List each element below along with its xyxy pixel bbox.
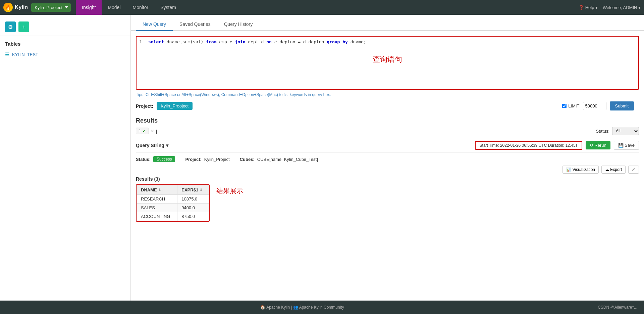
col-header-expr1[interactable]: EXPR$1 ⬇ [177, 185, 209, 195]
add-button[interactable]: ＋ [18, 21, 29, 32]
table-header: DNAME ⬇ EXPR$1 ⬇ [137, 185, 209, 195]
exec-time-container: Start Time: 2022-01-26 06:56:39 UTC Dura… [475, 141, 582, 150]
results-table: DNAME ⬇ EXPR$1 ⬇ [137, 185, 209, 221]
tips-text: Tips: Ctrl+Shift+Space or Alt+Space(Wind… [131, 90, 644, 100]
query-editor-area: 1 select dname,sum(sal) from emp e join … [131, 31, 644, 90]
user-menu[interactable]: Welcome, ADMIN ▾ [603, 5, 641, 10]
tables-section: Tables ☰ KYLIN_TEST [0, 36, 130, 64]
result-tabs-row: 1 ✓ ✕ | Status: All Success Failed [136, 127, 639, 135]
table-name[interactable]: KYLIN_TEST [12, 52, 38, 57]
visualization-button[interactable]: 📊 Visualization [562, 166, 599, 174]
table-item[interactable]: ☰ KYLIN_TEST [5, 50, 125, 59]
results-section: Results 1 ✓ ✕ | Status: All Success [131, 112, 644, 233]
tab-query-history[interactable]: Query History [217, 18, 260, 31]
main-area: New Query Saved Queries Query History 1 … [131, 15, 644, 301]
project-selector[interactable]: Kylin_Prooject [31, 3, 71, 12]
col-sort-expr1[interactable]: EXPR$1 ⬇ [181, 187, 202, 192]
line-number-1: 1 [139, 39, 144, 44]
nav-right: ❓ Help ▾ Welcome, ADMIN ▾ [579, 5, 641, 10]
nav-model[interactable]: Model [102, 0, 126, 15]
results-title: Results [136, 117, 639, 124]
results-count: Results (3) [136, 176, 210, 182]
project-submit-row: Project: Kylin_Prooject LIMIT Submit [131, 100, 644, 112]
tab-new-query[interactable]: New Query [136, 18, 173, 31]
project-item-value: Kylin_Project [204, 157, 230, 162]
tab-saved-queries[interactable]: Saved Queries [173, 18, 217, 31]
query-annotation: 查询语句 [139, 44, 636, 75]
submit-button[interactable]: Submit [610, 101, 634, 110]
footer-right: CSDN @Alienware^... [598, 305, 637, 310]
limit-check[interactable] [562, 104, 567, 108]
db-icon: ☰ [5, 52, 9, 57]
cell-dname-1: SALES [137, 204, 177, 212]
app-logo: 🔥 Kylin [3, 3, 28, 12]
project-badge: Kylin_Prooject [157, 102, 193, 110]
header-row: DNAME ⬇ EXPR$1 ⬇ [137, 185, 209, 195]
project-item-label: Project: [185, 157, 201, 162]
tab-check-icon: ✓ [143, 129, 146, 133]
table-row: RESEARCH 10875.0 [137, 195, 209, 204]
table-body: RESEARCH 10875.0 SALES 9400.0 ACCOUNTING… [137, 195, 209, 221]
sidebar-toolbar: ⚙ ＋ [0, 18, 130, 36]
submit-row: LIMIT Submit [562, 101, 639, 110]
results-table-container: Results (3) DNAME ⬇ [136, 176, 210, 228]
status-item-label: Status: [136, 157, 151, 162]
limit-checkbox: LIMIT [562, 103, 579, 108]
top-navigation: 🔥 Kylin Kylin_Prooject Insight Model Mon… [0, 0, 644, 15]
status-item: Status: Success [136, 156, 175, 162]
settings-button[interactable]: ⚙ [5, 21, 16, 32]
limit-label: LIMIT [568, 103, 579, 108]
export-button[interactable]: ☁ Export [601, 166, 626, 174]
logo-icon: 🔥 [3, 3, 13, 12]
nav-links: Insight Model Monitor System [76, 0, 579, 15]
col-sort-dname[interactable]: DNAME ⬇ [141, 187, 161, 192]
project-area: Project: Kylin_Prooject [136, 102, 193, 110]
results-table-area: Results (3) DNAME ⬇ [136, 176, 243, 228]
sort-icon-expr1: ⬇ [200, 188, 202, 192]
cell-dname-0: RESEARCH [137, 195, 177, 204]
status-filter-label: Status: [596, 129, 609, 134]
query-editor[interactable]: 1 select dname,sum(sal) from emp e join … [136, 36, 639, 90]
tab-separator: | [156, 129, 157, 134]
content-wrapper: ⚙ ＋ Tables ☰ KYLIN_TEST New Query Saved … [0, 15, 644, 301]
save-button[interactable]: 💾 Save [614, 141, 639, 150]
results-annotation: 结果展示 [216, 176, 243, 195]
status-badge: Success [153, 156, 175, 162]
expand-button[interactable]: ⤢ [628, 166, 639, 174]
limit-input[interactable] [583, 102, 606, 110]
tab-number: 1 [139, 129, 141, 133]
cell-expr1-0: 10875.0 [177, 195, 209, 204]
exec-time-box: Start Time: 2022-01-26 06:56:39 UTC Dura… [475, 141, 582, 150]
cubes-value: CUBE[name=Kylin_Cube_Test] [257, 157, 318, 162]
footer-center: 🏠 Apache Kylin | 👥 Apache Kylin Communit… [7, 305, 598, 310]
cell-expr1-1: 9400.0 [177, 204, 209, 212]
project-label: Project: [136, 103, 153, 109]
cubes-item: Cubes: CUBE[name=Kylin_Cube_Test] [240, 157, 318, 162]
result-tabs: 1 ✓ ✕ | [136, 128, 157, 134]
query-string-bar: Query String ▾ Start Time: 2022-01-26 06… [136, 138, 639, 153]
status-row: Status: Success Project: Kylin_Project C… [136, 156, 639, 162]
col-header-dname[interactable]: DNAME ⬇ [137, 185, 177, 195]
chevron-down-icon: ▾ [166, 143, 168, 148]
result-tab-1[interactable]: 1 ✓ [136, 128, 149, 134]
results-table-wrapper: DNAME ⬇ EXPR$1 ⬇ [136, 184, 210, 222]
query-tabs: New Query Saved Queries Query History [131, 18, 644, 31]
editor-content: select dname,sum(sal) from emp e join de… [148, 39, 366, 44]
editor-line-1: 1 select dname,sum(sal) from emp e join … [139, 39, 636, 44]
footer: 🏠 Apache Kylin | 👥 Apache Kylin Communit… [0, 301, 644, 314]
nav-insight[interactable]: Insight [76, 0, 102, 15]
app-title: Kylin [15, 4, 28, 10]
query-string-actions: Start Time: 2022-01-26 06:56:39 UTC Dura… [475, 141, 639, 150]
viz-row: 📊 Visualization ☁ Export ⤢ [136, 166, 639, 174]
cell-dname-2: ACCOUNTING [137, 212, 177, 221]
table-row: ACCOUNTING 8750.0 [137, 212, 209, 221]
help-menu[interactable]: ❓ Help ▾ [579, 5, 598, 10]
query-string-label: Query String [136, 143, 164, 148]
tab-close-icon[interactable]: ✕ [151, 129, 154, 134]
query-string-toggle[interactable]: Query String ▾ [136, 143, 168, 148]
project-item: Project: Kylin_Project [185, 157, 229, 162]
nav-system[interactable]: System [154, 0, 182, 15]
status-filter-select[interactable]: All Success Failed [612, 127, 639, 135]
nav-monitor[interactable]: Monitor [127, 0, 155, 15]
rerun-button[interactable]: ↻ Rerun [586, 141, 610, 149]
